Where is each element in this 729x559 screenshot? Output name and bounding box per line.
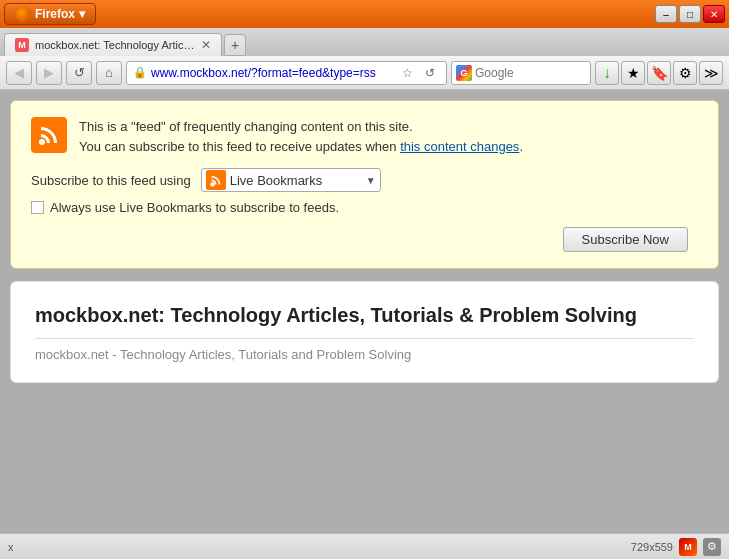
site-description: mockbox.net - Technology Articles, Tutor… (35, 347, 694, 362)
always-use-checkbox[interactable] (31, 201, 44, 214)
firefox-dropdown-icon: ▾ (79, 7, 85, 21)
active-tab[interactable]: M mockbox.net: Technology Articles, Tuto… (4, 33, 222, 56)
nav-extra-buttons: ↓ ★ 🔖 ⚙ ≫ (595, 61, 723, 85)
site-title: mockbox.net: Technology Articles, Tutori… (35, 302, 694, 328)
tab-favicon: M (15, 38, 29, 52)
bookmark-star-icon[interactable]: ☆ (397, 63, 417, 83)
tab-bar: M mockbox.net: Technology Articles, Tuto… (0, 28, 729, 56)
status-gear-icon[interactable]: ⚙ (703, 538, 721, 556)
site-box: mockbox.net: Technology Articles, Tutori… (10, 281, 719, 383)
feed-reader-dropdown[interactable]: Live Bookmarks Other readers... (230, 173, 380, 188)
feed-description: This is a "feed" of frequently changing … (79, 117, 523, 156)
feed-subscribe-row: Subscribe to this feed using Live Bookma… (31, 168, 698, 192)
new-tab-button[interactable]: + (224, 34, 246, 56)
tab-title: mockbox.net: Technology Articles, Tuto..… (35, 39, 195, 51)
reload-button[interactable]: ↺ (66, 61, 92, 85)
bookmarks-icon[interactable]: 🔖 (647, 61, 671, 85)
feed-subscribe-btn-row: Subscribe Now (31, 227, 698, 252)
feed-header: This is a "feed" of frequently changing … (31, 117, 698, 156)
tab-close-button[interactable]: ✕ (201, 38, 211, 52)
feed-content-link[interactable]: this content changes (400, 139, 519, 154)
google-icon: G (456, 65, 472, 81)
firefox-menu-button[interactable]: Firefox ▾ (4, 3, 96, 25)
svg-point-1 (210, 182, 214, 186)
download-icon[interactable]: ↓ (595, 61, 619, 85)
feed-line1: This is a "feed" of frequently changing … (79, 117, 523, 137)
address-text: www.mockbox.net/?format=feed&type=rss (151, 66, 393, 80)
feed-line2-suffix: . (519, 139, 523, 154)
feed-line2: You can subscribe to this feed to receiv… (79, 137, 523, 157)
window-controls: – □ ✕ (655, 5, 725, 23)
page-area: This is a "feed" of frequently changing … (0, 90, 729, 533)
nav-bar: ◀ ▶ ↺ ⌂ 🔒 www.mockbox.net/?format=feed&t… (0, 56, 729, 90)
forward-button[interactable]: ▶ (36, 61, 62, 85)
lock-icon: 🔒 (133, 66, 147, 79)
rss-icon (31, 117, 67, 153)
feed-subscribe-label: Subscribe to this feed using (31, 173, 191, 188)
address-icons: ☆ ↺ (397, 63, 440, 83)
minimize-button[interactable]: – (655, 5, 677, 23)
feed-reader-icon (206, 170, 226, 190)
search-bar[interactable]: G 🔍 (451, 61, 591, 85)
feed-reader-select-wrap[interactable]: Live Bookmarks Other readers... ▼ (201, 168, 381, 192)
home-icon[interactable]: ★ (621, 61, 645, 85)
status-addon-icon[interactable]: M (679, 538, 697, 556)
status-right: 729x559 M ⚙ (631, 538, 721, 556)
title-bar: Firefox ▾ – □ ✕ (0, 0, 729, 28)
always-use-label: Always use Live Bookmarks to subscribe t… (50, 200, 339, 215)
firefox-icon (15, 6, 31, 22)
refresh-icon[interactable]: ↺ (420, 63, 440, 83)
status-text: x (8, 541, 631, 553)
firefox-label: Firefox (35, 7, 75, 21)
home-button[interactable]: ⌂ (96, 61, 122, 85)
gear-icon[interactable]: ⚙ (673, 61, 697, 85)
feed-box: This is a "feed" of frequently changing … (10, 100, 719, 269)
site-divider (35, 338, 694, 339)
address-bar[interactable]: 🔒 www.mockbox.net/?format=feed&type=rss … (126, 61, 447, 85)
back-button[interactable]: ◀ (6, 61, 32, 85)
subscribe-now-button[interactable]: Subscribe Now (563, 227, 688, 252)
feed-line2-prefix: You can subscribe to this feed to receiv… (79, 139, 400, 154)
status-bar: x 729x559 M ⚙ (0, 533, 729, 559)
maximize-button[interactable]: □ (679, 5, 701, 23)
close-button[interactable]: ✕ (703, 5, 725, 23)
feed-checkbox-row: Always use Live Bookmarks to subscribe t… (31, 200, 698, 215)
status-size: 729x559 (631, 541, 673, 553)
menu-icon[interactable]: ≫ (699, 61, 723, 85)
svg-point-0 (39, 139, 45, 145)
